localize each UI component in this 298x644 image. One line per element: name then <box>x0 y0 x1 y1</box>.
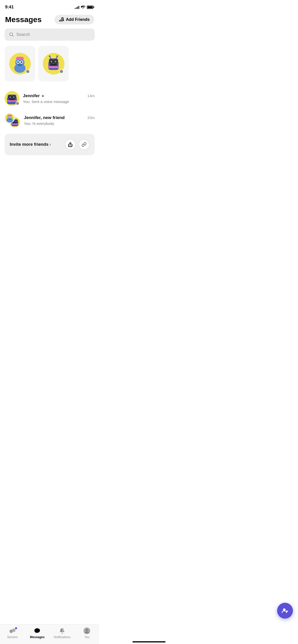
battery-icon <box>87 6 94 9</box>
svg-point-26 <box>57 55 58 57</box>
svg-rect-47 <box>11 123 18 125</box>
svg-point-56 <box>10 117 11 118</box>
stories-row <box>0 46 99 87</box>
svg-point-18 <box>51 61 52 62</box>
svg-rect-8 <box>17 57 23 59</box>
search-bar[interactable]: Search <box>5 28 95 41</box>
story-avatar-2 <box>43 53 64 75</box>
svg-point-11 <box>17 61 19 63</box>
message-avatar-group <box>5 113 20 128</box>
svg-rect-52 <box>8 115 11 116</box>
invite-link-button[interactable] <box>78 139 90 150</box>
svg-rect-2 <box>62 20 64 21</box>
message-name-group: Jennifer, new friend <box>24 115 65 120</box>
message-star-jennifer: ★ <box>41 94 45 98</box>
svg-point-21 <box>55 61 56 62</box>
link-icon <box>82 142 87 147</box>
message-list: Jennifer ★ 14m You: Sent a voice message <box>0 87 99 131</box>
message-content-jennifer: Jennifer ★ 14m You: Sent a voice message <box>23 93 95 104</box>
svg-rect-46 <box>13 123 17 123</box>
svg-point-55 <box>8 117 9 118</box>
add-friends-label: Add Friends <box>66 17 90 22</box>
svg-point-24 <box>49 55 50 57</box>
message-item-jennifer[interactable]: Jennifer ★ 14m You: Sent a voice message <box>5 87 95 109</box>
add-friends-icon <box>59 17 64 22</box>
story-card-2[interactable] <box>38 46 69 81</box>
svg-rect-27 <box>48 66 59 68</box>
svg-point-0 <box>62 18 63 20</box>
add-friends-button[interactable]: Add Friends <box>55 15 94 24</box>
status-icons <box>75 5 94 9</box>
signal-icon <box>75 5 79 9</box>
invite-actions <box>65 139 90 150</box>
wifi-icon <box>81 5 85 9</box>
message-item-jennifer-group[interactable]: Jennifer, new friend 33m You: hi everybo… <box>5 109 95 131</box>
search-placeholder: Search <box>16 32 30 37</box>
search-icon <box>9 32 14 37</box>
message-preview-jennifer: You: Sent a voice message <box>23 99 95 104</box>
status-time: 9:41 <box>5 5 14 10</box>
invite-card[interactable]: Invite more friends › <box>5 134 95 155</box>
search-container: Search <box>0 28 99 46</box>
invite-text: Invite more friends › <box>10 142 51 147</box>
message-content-group: Jennifer, new friend 33m You: hi everybo… <box>24 115 95 126</box>
header: Messages Add Friends <box>0 12 99 28</box>
svg-rect-38 <box>7 100 17 102</box>
message-name-jennifer: Jennifer <box>23 93 40 98</box>
story-online-dot-2 <box>59 69 63 74</box>
message-time-jennifer: 14m <box>87 94 95 98</box>
message-time-group: 33m <box>87 115 95 120</box>
share-icon <box>68 142 73 147</box>
story-online-dot-1 <box>26 69 30 74</box>
story-card-1[interactable] <box>5 46 35 81</box>
group-avatar-front <box>5 113 15 123</box>
online-dot-jennifer <box>16 101 19 105</box>
svg-point-45 <box>16 121 17 122</box>
page-title: Messages <box>5 15 42 24</box>
status-bar: 9:41 <box>0 0 99 12</box>
story-avatar-1 <box>9 53 31 75</box>
message-preview-group: You: hi everybody <box>24 121 95 126</box>
svg-point-33 <box>10 97 11 98</box>
invite-chevron: › <box>49 142 51 147</box>
svg-rect-37 <box>9 99 15 100</box>
svg-point-12 <box>21 61 22 63</box>
invite-share-button[interactable] <box>65 139 76 150</box>
svg-rect-22 <box>50 64 57 65</box>
message-avatar-jennifer <box>5 91 19 106</box>
svg-point-36 <box>13 97 15 98</box>
